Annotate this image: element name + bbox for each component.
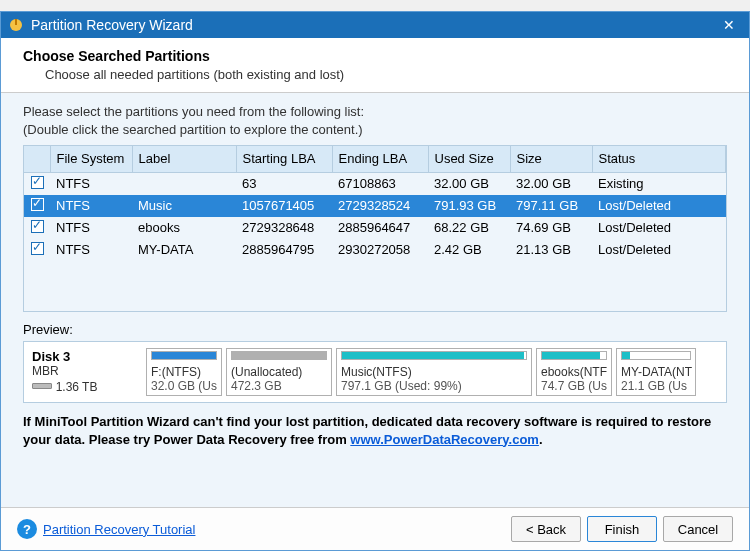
background-disk-label: Disk 1 bbox=[30, 0, 63, 3]
disk-type: MBR bbox=[32, 364, 142, 379]
table-row[interactable]: NTFS 63 67108863 32.00 GB 32.00 GB Exist… bbox=[24, 172, 726, 195]
app-icon bbox=[7, 16, 25, 34]
cell-size: 797.11 GB bbox=[510, 195, 592, 217]
partition-detail: 21.1 GB (Us bbox=[621, 379, 691, 393]
notice-link[interactable]: www.PowerDataRecovery.com bbox=[350, 432, 539, 447]
cell-start: 63 bbox=[236, 172, 332, 195]
cell-fs: NTFS bbox=[50, 217, 132, 239]
row-checkbox[interactable] bbox=[31, 198, 44, 211]
partition-name: F:(NTFS) bbox=[151, 365, 217, 379]
instructions-line2: (Double click the searched partition to … bbox=[23, 121, 727, 139]
cell-end: 2930272058 bbox=[332, 239, 428, 261]
col-starting-lba[interactable]: Starting LBA bbox=[236, 146, 332, 172]
col-size[interactable]: Size bbox=[510, 146, 592, 172]
preview-partition[interactable]: (Unallocated) 472.3 GB bbox=[226, 348, 332, 396]
cell-start: 2885964795 bbox=[236, 239, 332, 261]
cell-size: 74.69 GB bbox=[510, 217, 592, 239]
body-section: Please select the partitions you need fr… bbox=[1, 93, 749, 507]
header-section: Choose Searched Partitions Choose all ne… bbox=[1, 38, 749, 93]
cell-end: 67108863 bbox=[332, 172, 428, 195]
cell-end: 2729328524 bbox=[332, 195, 428, 217]
cell-used: 791.93 GB bbox=[428, 195, 510, 217]
cell-start: 1057671405 bbox=[236, 195, 332, 217]
partition-bar bbox=[341, 351, 527, 360]
preview-partition[interactable]: MY-DATA(NT 21.1 GB (Us bbox=[616, 348, 696, 396]
instructions: Please select the partitions you need fr… bbox=[23, 103, 727, 139]
help-icon[interactable]: ? bbox=[17, 519, 37, 539]
cell-label: Music bbox=[132, 195, 236, 217]
cell-end: 2885964647 bbox=[332, 217, 428, 239]
notice-text: If MiniTool Partition Wizard can't find … bbox=[23, 413, 727, 453]
cancel-button[interactable]: Cancel bbox=[663, 516, 733, 542]
table-row[interactable]: NTFS MY-DATA 2885964795 2930272058 2.42 … bbox=[24, 239, 726, 261]
finish-button[interactable]: Finish bbox=[587, 516, 657, 542]
notice-period: . bbox=[539, 432, 543, 447]
table-row[interactable]: NTFS ebooks 2729328648 2885964647 68.22 … bbox=[24, 217, 726, 239]
partition-name: Music(NTFS) bbox=[341, 365, 527, 379]
partition-bar bbox=[231, 351, 327, 360]
col-ending-lba[interactable]: Ending LBA bbox=[332, 146, 428, 172]
disk-icon bbox=[32, 383, 52, 389]
col-status[interactable]: Status bbox=[592, 146, 726, 172]
wizard-window: Partition Recovery Wizard ✕ Choose Searc… bbox=[0, 11, 750, 551]
cell-used: 68.22 GB bbox=[428, 217, 510, 239]
col-checkbox bbox=[24, 146, 50, 172]
partition-detail: 472.3 GB bbox=[231, 379, 327, 393]
row-checkbox[interactable] bbox=[31, 176, 44, 189]
preview-box: Disk 3 MBR 1.36 TB F:(NTFS) 32.0 GB (Us … bbox=[23, 341, 727, 403]
partition-name: (Unallocated) bbox=[231, 365, 327, 379]
row-checkbox[interactable] bbox=[31, 242, 44, 255]
cell-status: Lost/Deleted bbox=[592, 195, 726, 217]
preview-disk-info: Disk 3 MBR 1.36 TB bbox=[32, 348, 142, 396]
partition-bar bbox=[541, 351, 607, 360]
cell-used: 2.42 GB bbox=[428, 239, 510, 261]
partition-detail: 797.1 GB (Used: 99%) bbox=[341, 379, 527, 393]
partition-bar bbox=[151, 351, 217, 360]
cell-fs: NTFS bbox=[50, 195, 132, 217]
preview-label: Preview: bbox=[23, 322, 727, 337]
cell-size: 21.13 GB bbox=[510, 239, 592, 261]
back-button[interactable]: < Back bbox=[511, 516, 581, 542]
partition-name: ebooks(NTF bbox=[541, 365, 607, 379]
cell-fs: NTFS bbox=[50, 172, 132, 195]
preview-partition[interactable]: Music(NTFS) 797.1 GB (Used: 99%) bbox=[336, 348, 532, 396]
page-title: Choose Searched Partitions bbox=[23, 48, 727, 64]
cell-label: MY-DATA bbox=[132, 239, 236, 261]
partition-name: MY-DATA(NT bbox=[621, 365, 691, 379]
preview-partition[interactable]: F:(NTFS) 32.0 GB (Us bbox=[146, 348, 222, 396]
col-filesystem[interactable]: File System bbox=[50, 146, 132, 172]
disk-capacity: 1.36 TB bbox=[56, 380, 98, 394]
disk-name: Disk 3 bbox=[32, 349, 142, 364]
table-row-selected[interactable]: NTFS Music 1057671405 2729328524 791.93 … bbox=[24, 195, 726, 217]
preview-partition[interactable]: ebooks(NTF 74.7 GB (Us bbox=[536, 348, 612, 396]
cell-used: 32.00 GB bbox=[428, 172, 510, 195]
row-checkbox[interactable] bbox=[31, 220, 44, 233]
titlebar: Partition Recovery Wizard ✕ bbox=[1, 12, 749, 38]
partition-bar bbox=[621, 351, 691, 360]
close-button[interactable]: ✕ bbox=[715, 15, 743, 35]
tutorial-link[interactable]: Partition Recovery Tutorial bbox=[43, 522, 195, 537]
page-subtitle: Choose all needed partitions (both exist… bbox=[45, 67, 727, 82]
cell-status: Existing bbox=[592, 172, 726, 195]
window-title: Partition Recovery Wizard bbox=[31, 17, 715, 33]
partition-detail: 32.0 GB (Us bbox=[151, 379, 217, 393]
cell-label: ebooks bbox=[132, 217, 236, 239]
cell-start: 2729328648 bbox=[236, 217, 332, 239]
partition-detail: 74.7 GB (Us bbox=[541, 379, 607, 393]
cell-status: Lost/Deleted bbox=[592, 239, 726, 261]
footer: ? Partition Recovery Tutorial < Back Fin… bbox=[1, 507, 749, 550]
table-header-row: File System Label Starting LBA Ending LB… bbox=[24, 146, 726, 172]
partition-table: File System Label Starting LBA Ending LB… bbox=[23, 145, 727, 312]
cell-status: Lost/Deleted bbox=[592, 217, 726, 239]
instructions-line1: Please select the partitions you need fr… bbox=[23, 103, 727, 121]
svg-rect-1 bbox=[15, 19, 17, 25]
col-label[interactable]: Label bbox=[132, 146, 236, 172]
col-used-size[interactable]: Used Size bbox=[428, 146, 510, 172]
cell-size: 32.00 GB bbox=[510, 172, 592, 195]
cell-label bbox=[132, 172, 236, 195]
cell-fs: NTFS bbox=[50, 239, 132, 261]
